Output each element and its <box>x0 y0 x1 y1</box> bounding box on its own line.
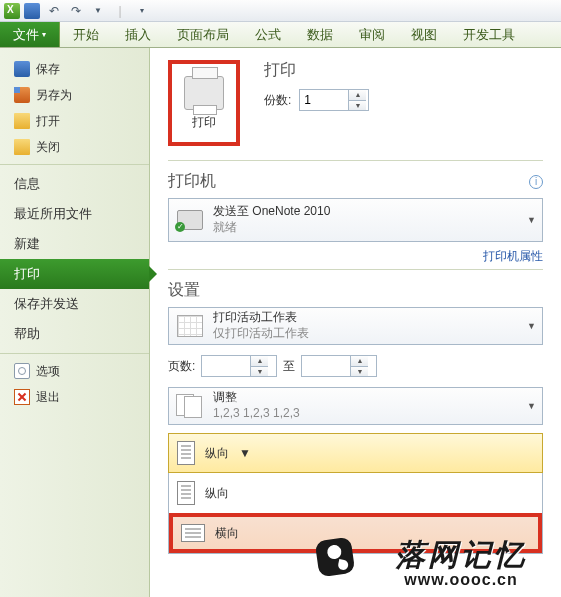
sidebar-label: 打开 <box>36 113 60 130</box>
printer-header: 打印机 <box>168 171 216 192</box>
option-label: 纵向 <box>205 485 229 502</box>
sidebar-item-open[interactable]: 打开 <box>0 108 149 134</box>
chevron-down-icon: ▼ <box>527 215 536 225</box>
tab-layout[interactable]: 页面布局 <box>164 22 242 47</box>
exit-icon <box>14 389 30 405</box>
tab-review[interactable]: 审阅 <box>346 22 398 47</box>
sidebar-label: 保存并发送 <box>14 295 79 313</box>
printer-status: 就绪 <box>213 220 330 236</box>
logo-text-cn: 落网记忆 <box>351 535 561 576</box>
copies-label: 份数: <box>264 92 291 109</box>
sidebar-label: 另存为 <box>36 87 72 104</box>
tab-file[interactable]: 文件 <box>0 22 60 47</box>
printer-icon <box>184 76 224 110</box>
orientation-current: 纵向 <box>205 445 229 462</box>
scope-sub: 仅打印活动工作表 <box>213 326 309 342</box>
option-label: 横向 <box>215 525 239 542</box>
open-icon <box>14 113 30 129</box>
sidebar-item-info[interactable]: 信息 <box>0 169 149 199</box>
sidebar-item-options[interactable]: 选项 <box>0 358 149 384</box>
qat-customize[interactable]: ▼ <box>88 2 108 20</box>
spin-down-icon[interactable]: ▼ <box>351 367 368 377</box>
tab-insert[interactable]: 插入 <box>112 22 164 47</box>
info-icon[interactable]: i <box>529 175 543 189</box>
portrait-icon <box>177 481 195 505</box>
chevron-down-icon: ▼ <box>527 321 536 331</box>
sidebar-item-new[interactable]: 新建 <box>0 229 149 259</box>
sidebar-label: 最近所用文件 <box>14 205 92 223</box>
chevron-down-icon: ▼ <box>527 401 536 411</box>
tab-dev[interactable]: 开发工具 <box>450 22 528 47</box>
qat-more[interactable]: ▾ <box>132 2 152 20</box>
chevron-down-icon: ▼ <box>239 446 251 460</box>
sidebar-item-saveas[interactable]: 另存为 <box>0 82 149 108</box>
spin-up-icon[interactable]: ▲ <box>349 90 366 101</box>
spin-up-icon[interactable]: ▲ <box>251 356 268 367</box>
pages-label: 页数: <box>168 358 195 375</box>
printer-name: 发送至 OneNote 2010 <box>213 204 330 220</box>
copies-input[interactable] <box>300 90 348 110</box>
logo-badge-icon <box>315 537 356 578</box>
collate-dropdown[interactable]: 调整 1,2,3 1,2,3 1,2,3 ▼ <box>168 387 543 425</box>
settings-header: 设置 <box>168 280 543 301</box>
sidebar-item-print[interactable]: 打印 <box>0 259 149 289</box>
sidebar-label: 新建 <box>14 235 40 253</box>
print-panel: 打印 打印 份数: ▲▼ 打印机 i 发送至 OneNote 2010 <box>150 48 561 597</box>
saveas-icon <box>14 87 30 103</box>
collate-sub: 1,2,3 1,2,3 1,2,3 <box>213 406 300 422</box>
backstage-sidebar: 保存 另存为 打开 关闭 信息 最近所用文件 新建 打印 保存并发送 帮助 选项… <box>0 48 150 597</box>
tab-data[interactable]: 数据 <box>294 22 346 47</box>
printer-properties-link[interactable]: 打印机属性 <box>168 248 543 265</box>
qat-save[interactable] <box>22 2 42 20</box>
sidebar-label: 选项 <box>36 363 60 380</box>
sidebar-label: 打印 <box>14 265 40 283</box>
worksheet-icon <box>177 315 203 337</box>
qat-redo[interactable]: ↷ <box>66 2 86 20</box>
close-icon <box>14 139 30 155</box>
save-icon <box>14 61 30 77</box>
print-header: 打印 <box>264 60 369 81</box>
qat-sep: | <box>110 2 130 20</box>
orientation-option-portrait[interactable]: 纵向 <box>169 473 542 513</box>
tab-formula[interactable]: 公式 <box>242 22 294 47</box>
pages-to-spinner[interactable]: ▲▼ <box>301 355 377 377</box>
print-button-label: 打印 <box>192 114 216 131</box>
logo-text-url: www.oooc.cn <box>351 571 561 589</box>
sidebar-label: 信息 <box>14 175 40 193</box>
copies-spinner[interactable]: ▲▼ <box>299 89 369 111</box>
sidebar-label: 关闭 <box>36 139 60 156</box>
print-button[interactable]: 打印 <box>168 60 240 146</box>
tab-view[interactable]: 视图 <box>398 22 450 47</box>
sidebar-item-exit[interactable]: 退出 <box>0 384 149 410</box>
sidebar-item-recent[interactable]: 最近所用文件 <box>0 199 149 229</box>
sidebar-label: 帮助 <box>14 325 40 343</box>
save-icon <box>24 3 40 19</box>
collate-title: 调整 <box>213 390 300 406</box>
printer-ready-icon <box>177 210 203 230</box>
qat-undo[interactable]: ↶ <box>44 2 64 20</box>
sidebar-item-save[interactable]: 保存 <box>0 56 149 82</box>
app-icon <box>4 3 20 19</box>
print-scope-dropdown[interactable]: 打印活动工作表 仅打印活动工作表 ▼ <box>168 307 543 345</box>
pages-from-input[interactable] <box>202 356 250 376</box>
landscape-icon <box>181 524 205 542</box>
printer-dropdown[interactable]: 发送至 OneNote 2010 就绪 ▼ <box>168 198 543 242</box>
options-icon <box>14 363 30 379</box>
sidebar-item-help[interactable]: 帮助 <box>0 319 149 349</box>
pages-from-spinner[interactable]: ▲▼ <box>201 355 277 377</box>
orientation-dropdown[interactable]: 纵向 ▼ <box>168 433 543 473</box>
tab-home[interactable]: 开始 <box>60 22 112 47</box>
pages-to-label: 至 <box>283 358 295 375</box>
spin-up-icon[interactable]: ▲ <box>351 356 368 367</box>
pages-to-input[interactable] <box>302 356 350 376</box>
sidebar-label: 保存 <box>36 61 60 78</box>
portrait-icon <box>177 441 195 465</box>
watermark-logo: 落网记忆 www.oooc.cn <box>351 535 561 589</box>
collate-icon <box>176 394 204 418</box>
scope-title: 打印活动工作表 <box>213 310 309 326</box>
sidebar-label: 退出 <box>36 389 60 406</box>
sidebar-item-close[interactable]: 关闭 <box>0 134 149 160</box>
sidebar-item-share[interactable]: 保存并发送 <box>0 289 149 319</box>
spin-down-icon[interactable]: ▼ <box>349 101 366 111</box>
spin-down-icon[interactable]: ▼ <box>251 367 268 377</box>
